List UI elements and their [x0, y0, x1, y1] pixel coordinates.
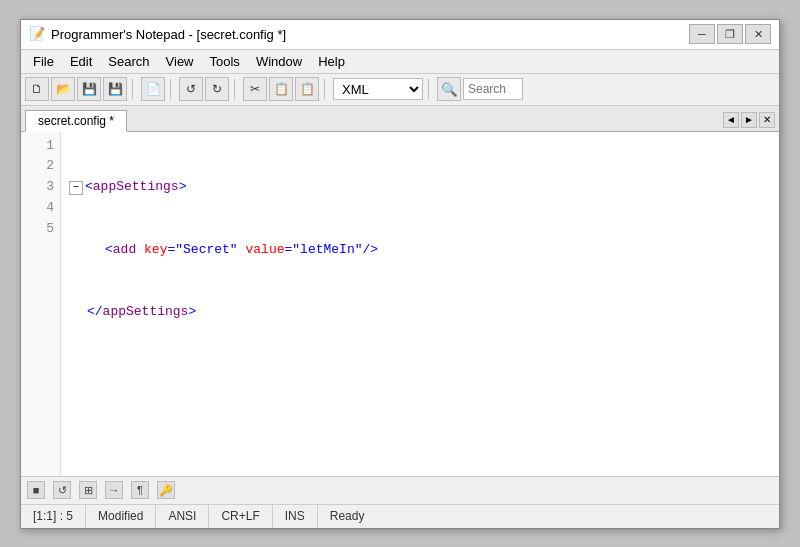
copy-button[interactable]: 📋 [269, 77, 293, 101]
new-button[interactable]: 🗋 [25, 77, 49, 101]
status-encoding: ANSI [156, 505, 209, 528]
menu-search[interactable]: Search [100, 52, 157, 71]
code-line-4 [69, 365, 771, 386]
menu-bar: File Edit Search View Tools Window Help [21, 50, 779, 74]
menu-edit[interactable]: Edit [62, 52, 100, 71]
code-line-5 [69, 427, 771, 448]
code-val-val: "letMeIn" [292, 240, 362, 261]
code-line-3: </appSettings> [69, 302, 771, 323]
code-editor[interactable]: −<appSettings> <add key="Secret" value="… [61, 132, 779, 476]
status-line-ending: CR+LF [209, 505, 272, 528]
minimize-button[interactable]: ─ [689, 24, 715, 44]
separator4 [324, 79, 328, 99]
save-all-button[interactable]: 💾 [103, 77, 127, 101]
status-modified: Modified [86, 505, 156, 528]
search-input[interactable] [463, 78, 523, 100]
code-eq2: = [285, 240, 293, 261]
line-numbers: 1 2 3 4 5 [21, 132, 61, 476]
tab-label: secret.config * [38, 114, 114, 128]
code-line-2: <add key="Secret" value="letMeIn"/> [89, 240, 771, 261]
bottom-toolbar: ■ ↺ ⊞ → ¶ 🔑 [21, 476, 779, 504]
fold-icon-1[interactable]: − [69, 181, 83, 195]
status-insert: INS [273, 505, 318, 528]
bottom-btn-3[interactable]: ⊞ [79, 481, 97, 499]
code-text2: > [179, 177, 187, 198]
line-number-2: 2 [21, 156, 60, 177]
separator3 [234, 79, 238, 99]
close-button[interactable]: ✕ [745, 24, 771, 44]
cut-button[interactable]: ✂ [243, 77, 267, 101]
code-eq: = [167, 240, 175, 261]
find-button[interactable]: 🔍 [437, 77, 461, 101]
language-dropdown[interactable]: XML Text HTML CSS JavaScript [333, 78, 423, 100]
code-attr-val: value [245, 240, 284, 261]
tab-bar: secret.config * ◄ ► ✕ [21, 106, 779, 132]
menu-help[interactable]: Help [310, 52, 353, 71]
tab-next-button[interactable]: ► [741, 112, 757, 128]
open-button[interactable]: 📂 [51, 77, 75, 101]
code-line-1: −<appSettings> [69, 177, 771, 198]
bottom-btn-6[interactable]: 🔑 [157, 481, 175, 499]
window-controls: ─ ❐ ✕ [689, 24, 771, 44]
close-doc-button[interactable]: 📄 [141, 77, 165, 101]
app-icon: 📝 [29, 26, 45, 42]
code-text: < [85, 177, 93, 198]
paste-button[interactable]: 📋 [295, 77, 319, 101]
code-tag: appSettings [93, 177, 179, 198]
line-number-3: 3 [21, 177, 60, 198]
line-number-1: 1 [21, 136, 60, 157]
status-bar: [1:1] : 5 Modified ANSI CR+LF INS Ready [21, 504, 779, 528]
bottom-btn-2[interactable]: ↺ [53, 481, 71, 499]
tab-navigation: ◄ ► ✕ [723, 112, 775, 131]
toolbar: 🗋 📂 💾 💾 📄 ↺ ↻ ✂ 📋 📋 XML Text HTML CSS Ja… [21, 74, 779, 106]
restore-button[interactable]: ❐ [717, 24, 743, 44]
tab-secret-config[interactable]: secret.config * [25, 110, 127, 132]
save-button[interactable]: 💾 [77, 77, 101, 101]
redo-button[interactable]: ↻ [205, 77, 229, 101]
status-state: Ready [318, 505, 377, 528]
menu-file[interactable]: File [25, 52, 62, 71]
code-space [238, 240, 246, 261]
separator5 [428, 79, 432, 99]
bottom-btn-5[interactable]: ¶ [131, 481, 149, 499]
title-bar: 📝 Programmer's Notepad - [secret.config … [21, 20, 779, 50]
code-close: /> [363, 240, 379, 261]
bottom-btn-4[interactable]: → [105, 481, 123, 499]
line-number-5: 5 [21, 219, 60, 240]
tab-prev-button[interactable]: ◄ [723, 112, 739, 128]
separator1 [132, 79, 136, 99]
menu-view[interactable]: View [158, 52, 202, 71]
code-tag3: appSettings [103, 302, 189, 323]
separator2 [170, 79, 174, 99]
line-number-4: 4 [21, 198, 60, 219]
bottom-btn-1[interactable]: ■ [27, 481, 45, 499]
main-window: 📝 Programmer's Notepad - [secret.config … [20, 19, 780, 529]
code-attr-key: key [144, 240, 167, 261]
status-position: [1:1] : 5 [21, 505, 86, 528]
code-bracket: < [105, 240, 113, 261]
menu-window[interactable]: Window [248, 52, 310, 71]
code-bracket4: > [188, 302, 196, 323]
code-tag2: add [113, 240, 144, 261]
undo-button[interactable]: ↺ [179, 77, 203, 101]
code-bracket3: </ [87, 302, 103, 323]
code-val-key: "Secret" [175, 240, 237, 261]
tab-close-button[interactable]: ✕ [759, 112, 775, 128]
window-title: Programmer's Notepad - [secret.config *] [51, 27, 689, 42]
menu-tools[interactable]: Tools [202, 52, 248, 71]
editor-area: 1 2 3 4 5 −<appSettings> <add key="Secre… [21, 132, 779, 476]
